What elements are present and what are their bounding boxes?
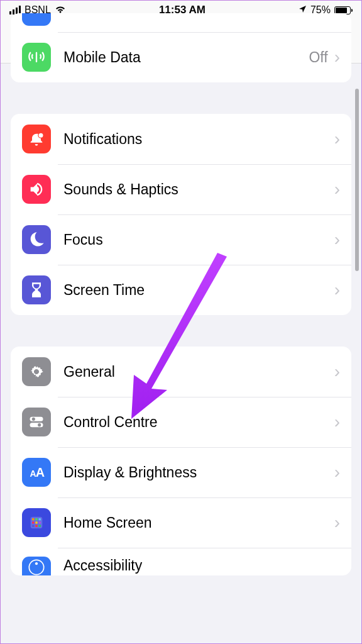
settings-group-general: General › Control Centre › AA Display & … <box>11 347 351 575</box>
svg-rect-15 <box>35 525 38 528</box>
grid-apps-icon <box>22 508 51 537</box>
settings-group-notifications: Notifications › Sounds & Haptics › Focus… <box>11 114 351 315</box>
row-label: Mobile Data <box>63 49 309 66</box>
notifications-row[interactable]: Notifications › <box>11 114 351 164</box>
row-label: Display & Brightness <box>63 464 334 481</box>
chevron-right-icon: › <box>334 47 340 67</box>
gear-icon <box>22 357 51 386</box>
row-label: Focus <box>63 231 334 248</box>
speaker-icon <box>22 175 51 204</box>
svg-rect-1 <box>30 417 43 421</box>
svg-rect-13 <box>39 521 41 524</box>
moon-icon <box>22 225 51 254</box>
svg-text:A: A <box>36 465 45 479</box>
mobile-data-row[interactable]: Mobile Data Off › <box>11 32 351 82</box>
chevron-right-icon: › <box>334 412 340 432</box>
list-item[interactable] <box>11 13 351 32</box>
svg-rect-9 <box>35 518 38 521</box>
chevron-right-icon: › <box>334 280 340 300</box>
chevron-right-icon: › <box>334 462 340 482</box>
svg-rect-3 <box>30 423 43 427</box>
settings-scroll-area[interactable]: Mobile Data Off › Notifications › Sounds… <box>1 64 361 643</box>
chevron-right-icon: › <box>334 129 340 149</box>
row-label: Accessibility <box>63 557 340 575</box>
toggles-icon <box>22 408 51 436</box>
accessibility-icon <box>22 557 51 575</box>
svg-rect-11 <box>32 521 35 524</box>
app-icon <box>22 13 51 26</box>
svg-point-0 <box>39 133 43 138</box>
row-value: Off <box>309 49 327 66</box>
svg-rect-14 <box>32 525 35 528</box>
hourglass-icon <box>22 275 51 304</box>
sounds-haptics-row[interactable]: Sounds & Haptics › <box>11 164 351 214</box>
svg-rect-10 <box>39 518 41 521</box>
chevron-right-icon: › <box>334 179 340 199</box>
row-label: Notifications <box>63 131 334 148</box>
scrollbar[interactable] <box>355 89 359 271</box>
row-label: Home Screen <box>63 514 334 531</box>
svg-rect-16 <box>39 525 41 528</box>
focus-row[interactable]: Focus › <box>11 214 351 265</box>
row-label: Screen Time <box>63 282 334 299</box>
text-size-icon: AA <box>22 458 51 487</box>
svg-rect-8 <box>32 518 35 521</box>
control-centre-row[interactable]: Control Centre › <box>11 397 351 447</box>
svg-point-18 <box>35 562 38 565</box>
chevron-right-icon: › <box>334 230 340 250</box>
chevron-right-icon: › <box>334 362 340 382</box>
screen-time-row[interactable]: Screen Time › <box>11 265 351 315</box>
accessibility-row[interactable]: Accessibility <box>11 548 351 575</box>
bell-badge-icon <box>22 125 51 153</box>
svg-point-4 <box>38 423 41 426</box>
general-row[interactable]: General › <box>11 347 351 397</box>
chevron-right-icon: › <box>334 513 340 533</box>
row-label: General <box>63 364 334 380</box>
svg-point-2 <box>32 418 35 421</box>
row-label: Sounds & Haptics <box>63 181 334 198</box>
home-screen-row[interactable]: Home Screen › <box>11 497 351 548</box>
svg-point-17 <box>29 560 43 574</box>
antenna-icon <box>22 43 51 72</box>
row-label: Control Centre <box>63 414 334 431</box>
settings-group-connectivity: Mobile Data Off › <box>11 13 351 82</box>
display-brightness-row[interactable]: AA Display & Brightness › <box>11 447 351 497</box>
svg-rect-12 <box>35 521 38 524</box>
